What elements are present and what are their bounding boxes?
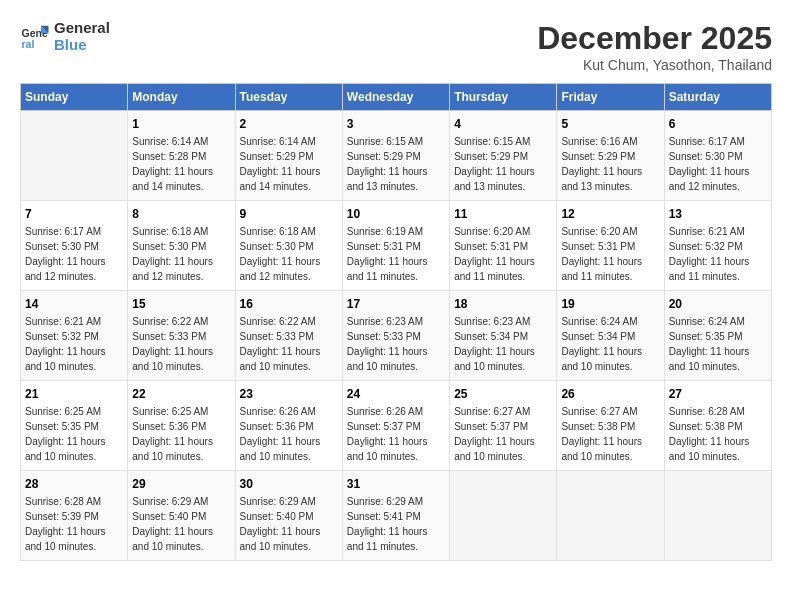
calendar-cell: 25Sunrise: 6:27 AM Sunset: 5:37 PM Dayli… <box>450 381 557 471</box>
day-number: 5 <box>561 117 659 131</box>
day-info: Sunrise: 6:23 AM Sunset: 5:33 PM Dayligh… <box>347 314 445 374</box>
calendar-cell: 3Sunrise: 6:15 AM Sunset: 5:29 PM Daylig… <box>342 111 449 201</box>
day-number: 12 <box>561 207 659 221</box>
day-info: Sunrise: 6:24 AM Sunset: 5:35 PM Dayligh… <box>669 314 767 374</box>
day-info: Sunrise: 6:22 AM Sunset: 5:33 PM Dayligh… <box>132 314 230 374</box>
day-number: 24 <box>347 387 445 401</box>
column-header-sunday: Sunday <box>21 84 128 111</box>
day-info: Sunrise: 6:27 AM Sunset: 5:38 PM Dayligh… <box>561 404 659 464</box>
week-row-1: 1Sunrise: 6:14 AM Sunset: 5:28 PM Daylig… <box>21 111 772 201</box>
day-number: 11 <box>454 207 552 221</box>
week-row-2: 7Sunrise: 6:17 AM Sunset: 5:30 PM Daylig… <box>21 201 772 291</box>
day-info: Sunrise: 6:26 AM Sunset: 5:37 PM Dayligh… <box>347 404 445 464</box>
calendar-cell: 4Sunrise: 6:15 AM Sunset: 5:29 PM Daylig… <box>450 111 557 201</box>
day-info: Sunrise: 6:21 AM Sunset: 5:32 PM Dayligh… <box>669 224 767 284</box>
day-number: 2 <box>240 117 338 131</box>
day-info: Sunrise: 6:22 AM Sunset: 5:33 PM Dayligh… <box>240 314 338 374</box>
calendar-cell: 28Sunrise: 6:28 AM Sunset: 5:39 PM Dayli… <box>21 471 128 561</box>
logo-text-line1: General <box>54 20 110 37</box>
day-info: Sunrise: 6:17 AM Sunset: 5:30 PM Dayligh… <box>669 134 767 194</box>
day-info: Sunrise: 6:16 AM Sunset: 5:29 PM Dayligh… <box>561 134 659 194</box>
calendar-header-row: SundayMondayTuesdayWednesdayThursdayFrid… <box>21 84 772 111</box>
day-number: 6 <box>669 117 767 131</box>
calendar-title: December 2025 <box>537 20 772 57</box>
calendar-cell: 29Sunrise: 6:29 AM Sunset: 5:40 PM Dayli… <box>128 471 235 561</box>
calendar-cell: 24Sunrise: 6:26 AM Sunset: 5:37 PM Dayli… <box>342 381 449 471</box>
week-row-4: 21Sunrise: 6:25 AM Sunset: 5:35 PM Dayli… <box>21 381 772 471</box>
day-info: Sunrise: 6:15 AM Sunset: 5:29 PM Dayligh… <box>454 134 552 194</box>
day-info: Sunrise: 6:20 AM Sunset: 5:31 PM Dayligh… <box>454 224 552 284</box>
column-header-tuesday: Tuesday <box>235 84 342 111</box>
day-info: Sunrise: 6:28 AM Sunset: 5:38 PM Dayligh… <box>669 404 767 464</box>
day-number: 19 <box>561 297 659 311</box>
calendar-cell <box>557 471 664 561</box>
calendar-cell: 20Sunrise: 6:24 AM Sunset: 5:35 PM Dayli… <box>664 291 771 381</box>
calendar-cell: 10Sunrise: 6:19 AM Sunset: 5:31 PM Dayli… <box>342 201 449 291</box>
calendar-cell: 12Sunrise: 6:20 AM Sunset: 5:31 PM Dayli… <box>557 201 664 291</box>
day-info: Sunrise: 6:17 AM Sunset: 5:30 PM Dayligh… <box>25 224 123 284</box>
day-info: Sunrise: 6:25 AM Sunset: 5:36 PM Dayligh… <box>132 404 230 464</box>
calendar-cell: 14Sunrise: 6:21 AM Sunset: 5:32 PM Dayli… <box>21 291 128 381</box>
day-info: Sunrise: 6:14 AM Sunset: 5:28 PM Dayligh… <box>132 134 230 194</box>
calendar-cell: 6Sunrise: 6:17 AM Sunset: 5:30 PM Daylig… <box>664 111 771 201</box>
day-number: 4 <box>454 117 552 131</box>
calendar-cell: 13Sunrise: 6:21 AM Sunset: 5:32 PM Dayli… <box>664 201 771 291</box>
svg-text:ral: ral <box>22 37 35 49</box>
day-info: Sunrise: 6:21 AM Sunset: 5:32 PM Dayligh… <box>25 314 123 374</box>
day-info: Sunrise: 6:24 AM Sunset: 5:34 PM Dayligh… <box>561 314 659 374</box>
calendar-cell: 26Sunrise: 6:27 AM Sunset: 5:38 PM Dayli… <box>557 381 664 471</box>
day-number: 18 <box>454 297 552 311</box>
day-number: 9 <box>240 207 338 221</box>
column-header-saturday: Saturday <box>664 84 771 111</box>
logo-icon: Gene ral <box>20 22 50 52</box>
logo-text-line2: Blue <box>54 37 110 54</box>
day-info: Sunrise: 6:29 AM Sunset: 5:40 PM Dayligh… <box>240 494 338 554</box>
day-number: 15 <box>132 297 230 311</box>
calendar-cell: 21Sunrise: 6:25 AM Sunset: 5:35 PM Dayli… <box>21 381 128 471</box>
day-number: 7 <box>25 207 123 221</box>
day-number: 16 <box>240 297 338 311</box>
day-info: Sunrise: 6:18 AM Sunset: 5:30 PM Dayligh… <box>132 224 230 284</box>
calendar-cell: 7Sunrise: 6:17 AM Sunset: 5:30 PM Daylig… <box>21 201 128 291</box>
week-row-3: 14Sunrise: 6:21 AM Sunset: 5:32 PM Dayli… <box>21 291 772 381</box>
day-info: Sunrise: 6:19 AM Sunset: 5:31 PM Dayligh… <box>347 224 445 284</box>
day-number: 23 <box>240 387 338 401</box>
calendar-cell: 15Sunrise: 6:22 AM Sunset: 5:33 PM Dayli… <box>128 291 235 381</box>
day-info: Sunrise: 6:14 AM Sunset: 5:29 PM Dayligh… <box>240 134 338 194</box>
day-number: 1 <box>132 117 230 131</box>
day-info: Sunrise: 6:27 AM Sunset: 5:37 PM Dayligh… <box>454 404 552 464</box>
day-info: Sunrise: 6:18 AM Sunset: 5:30 PM Dayligh… <box>240 224 338 284</box>
day-number: 22 <box>132 387 230 401</box>
calendar-cell <box>450 471 557 561</box>
calendar-cell: 30Sunrise: 6:29 AM Sunset: 5:40 PM Dayli… <box>235 471 342 561</box>
calendar-cell: 16Sunrise: 6:22 AM Sunset: 5:33 PM Dayli… <box>235 291 342 381</box>
calendar-cell: 19Sunrise: 6:24 AM Sunset: 5:34 PM Dayli… <box>557 291 664 381</box>
calendar-cell: 23Sunrise: 6:26 AM Sunset: 5:36 PM Dayli… <box>235 381 342 471</box>
day-number: 13 <box>669 207 767 221</box>
calendar-cell: 5Sunrise: 6:16 AM Sunset: 5:29 PM Daylig… <box>557 111 664 201</box>
day-number: 21 <box>25 387 123 401</box>
calendar-cell: 1Sunrise: 6:14 AM Sunset: 5:28 PM Daylig… <box>128 111 235 201</box>
calendar-cell: 17Sunrise: 6:23 AM Sunset: 5:33 PM Dayli… <box>342 291 449 381</box>
day-number: 26 <box>561 387 659 401</box>
calendar-cell: 18Sunrise: 6:23 AM Sunset: 5:34 PM Dayli… <box>450 291 557 381</box>
column-header-friday: Friday <box>557 84 664 111</box>
calendar-cell: 31Sunrise: 6:29 AM Sunset: 5:41 PM Dayli… <box>342 471 449 561</box>
day-number: 31 <box>347 477 445 491</box>
day-info: Sunrise: 6:29 AM Sunset: 5:40 PM Dayligh… <box>132 494 230 554</box>
day-number: 14 <box>25 297 123 311</box>
page-header: Gene ral General Blue December 2025 Kut … <box>20 20 772 73</box>
calendar-cell: 22Sunrise: 6:25 AM Sunset: 5:36 PM Dayli… <box>128 381 235 471</box>
day-info: Sunrise: 6:28 AM Sunset: 5:39 PM Dayligh… <box>25 494 123 554</box>
calendar-cell: 8Sunrise: 6:18 AM Sunset: 5:30 PM Daylig… <box>128 201 235 291</box>
day-number: 17 <box>347 297 445 311</box>
day-info: Sunrise: 6:23 AM Sunset: 5:34 PM Dayligh… <box>454 314 552 374</box>
calendar-subtitle: Kut Chum, Yasothon, Thailand <box>537 57 772 73</box>
calendar-cell: 9Sunrise: 6:18 AM Sunset: 5:30 PM Daylig… <box>235 201 342 291</box>
day-info: Sunrise: 6:26 AM Sunset: 5:36 PM Dayligh… <box>240 404 338 464</box>
calendar-cell <box>21 111 128 201</box>
column-header-monday: Monday <box>128 84 235 111</box>
day-number: 25 <box>454 387 552 401</box>
calendar-cell <box>664 471 771 561</box>
calendar-cell: 2Sunrise: 6:14 AM Sunset: 5:29 PM Daylig… <box>235 111 342 201</box>
